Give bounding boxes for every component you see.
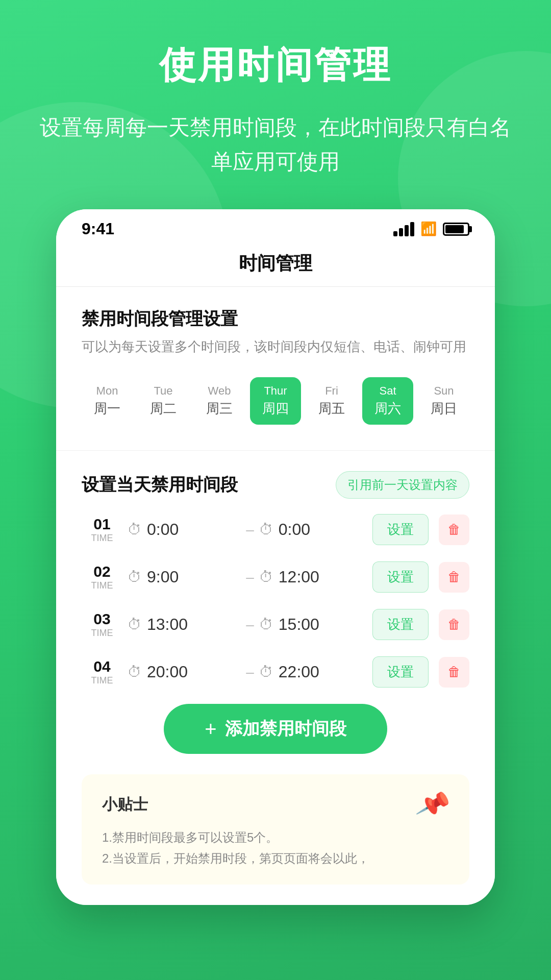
day-cn-sun: 周日 xyxy=(431,400,457,418)
day-btn-tue[interactable]: Tue 周二 xyxy=(138,377,189,425)
card-body: 禁用时间段管理设置 可以为每天设置多个时间段，该时间段内仅短信、电话、闹钟可用 … xyxy=(56,287,495,905)
time-index-03: 03 TIME xyxy=(82,610,122,639)
day-cn-mon: 周一 xyxy=(94,400,120,418)
day-abbr-web: Web xyxy=(208,384,231,398)
day-cn-thur: 周四 xyxy=(262,400,289,418)
dash-03: – xyxy=(246,617,254,633)
time-end-01: 0:00 xyxy=(279,520,310,539)
time-end-04: 22:00 xyxy=(279,663,319,681)
trash-icon-04: 🗑 xyxy=(447,664,461,680)
time-row-02: 02 TIME ⏱ 9:00 – ⏱ 12:00 设置 🗑 xyxy=(82,561,469,593)
clock-icon-01e: ⏱ xyxy=(259,521,273,538)
dash-01: – xyxy=(246,522,254,538)
trash-icon-02: 🗑 xyxy=(447,569,461,585)
pin-icon: 📌 xyxy=(414,786,453,823)
day-btn-sun[interactable]: Sun 周日 xyxy=(418,377,469,425)
set-button-02[interactable]: 设置 xyxy=(372,561,429,593)
clock-icon-02s: ⏱ xyxy=(128,569,142,585)
set-button-03[interactable]: 设置 xyxy=(372,609,429,640)
set-button-01[interactable]: 设置 xyxy=(372,514,429,545)
hero-title: 使用时间管理 xyxy=(159,41,392,90)
dash-02: – xyxy=(246,569,254,585)
nav-bar: 时间管理 xyxy=(56,243,495,287)
battery-icon xyxy=(443,223,469,236)
day-btn-web[interactable]: Web 周三 xyxy=(194,377,245,425)
time-start-02: 9:00 xyxy=(147,568,179,586)
hero-subtitle: 设置每周每一天禁用时间段，在此时间段只有白名单应用可使用 xyxy=(0,110,551,179)
quote-button[interactable]: 引用前一天设置内容 xyxy=(336,471,469,499)
time-field-02-end: ⏱ 12:00 xyxy=(259,568,372,586)
phone-mockup: 9:41 📶 时间管理 禁用时间段管理设置 可以为每天设 xyxy=(56,209,495,905)
delete-button-01[interactable]: 🗑 xyxy=(439,514,469,545)
time-num-02: 02 xyxy=(82,563,122,580)
time-num-01: 01 xyxy=(82,516,122,533)
time-field-01-end: ⏱ 0:00 xyxy=(259,520,372,539)
time-num-04: 04 xyxy=(82,658,122,675)
status-icons: 📶 xyxy=(393,221,469,237)
time-end-02: 12:00 xyxy=(279,568,319,586)
tips-title: 小贴士 xyxy=(102,794,148,815)
time-index-01: 01 TIME xyxy=(82,516,122,544)
tips-section: 小贴士 📌 1.禁用时间段最多可以设置5个。 2.当设置后，开始禁用时段，第页页… xyxy=(82,774,469,885)
trash-icon-03: 🗑 xyxy=(447,617,461,632)
clock-icon-04e: ⏱ xyxy=(259,664,273,680)
day-abbr-thur: Thur xyxy=(264,384,287,398)
day-btn-thur[interactable]: Thur 周四 xyxy=(250,377,301,425)
time-row-03: 03 TIME ⏱ 13:00 – ⏱ 15:00 设置 🗑 xyxy=(82,609,469,640)
add-btn-wrap: + 添加禁用时间段 xyxy=(82,704,469,754)
time-field-01-start: ⏱ 0:00 xyxy=(128,520,241,539)
day-abbr-fri: Fri xyxy=(325,384,338,398)
day-abbr-mon: Mon xyxy=(96,384,118,398)
day-abbr-sun: Sun xyxy=(434,384,454,398)
delete-button-03[interactable]: 🗑 xyxy=(439,609,469,640)
day-btn-mon[interactable]: Mon 周一 xyxy=(82,377,133,425)
signal-icon xyxy=(393,222,414,236)
separator xyxy=(56,450,495,451)
day-btn-fri[interactable]: Fri 周五 xyxy=(306,377,357,425)
day-cn-sat: 周六 xyxy=(374,400,401,418)
set-button-04[interactable]: 设置 xyxy=(372,656,429,688)
time-row-04: 04 TIME ⏱ 20:00 – ⏱ 22:00 设置 🗑 xyxy=(82,656,469,688)
banned-section-desc: 可以为每天设置多个时间段，该时间段内仅短信、电话、闹钟可用 xyxy=(82,337,469,357)
time-section-title: 设置当天禁用时间段 xyxy=(82,473,238,497)
time-section-header: 设置当天禁用时间段 引用前一天设置内容 xyxy=(82,471,469,499)
status-bar: 9:41 📶 xyxy=(56,209,495,243)
time-start-04: 20:00 xyxy=(147,663,188,681)
time-end-03: 15:00 xyxy=(279,615,319,634)
banned-section-title: 禁用时间段管理设置 xyxy=(82,307,469,331)
wifi-icon: 📶 xyxy=(420,221,437,237)
time-start-03: 13:00 xyxy=(147,615,188,634)
time-index-04: 04 TIME xyxy=(82,658,122,686)
time-start-01: 0:00 xyxy=(147,520,179,539)
day-cn-tue: 周二 xyxy=(150,400,177,418)
clock-icon-01s: ⏱ xyxy=(128,521,142,538)
time-field-02-start: ⏱ 9:00 xyxy=(128,568,241,586)
day-btn-sat[interactable]: Sat 周六 xyxy=(362,377,413,425)
delete-button-02[interactable]: 🗑 xyxy=(439,562,469,593)
time-label-02: TIME xyxy=(82,580,122,591)
tips-line1: 1.禁用时间段最多可以设置5个。 xyxy=(102,830,278,844)
time-field-03-end: ⏱ 15:00 xyxy=(259,615,372,634)
time-index-02: 02 TIME xyxy=(82,563,122,591)
day-abbr-sat: Sat xyxy=(379,384,396,398)
day-cn-web: 周三 xyxy=(206,400,233,418)
clock-icon-04s: ⏱ xyxy=(128,664,142,680)
add-plus-icon: + xyxy=(205,718,216,741)
time-label-04: TIME xyxy=(82,675,122,686)
tips-header: 小贴士 📌 xyxy=(102,790,449,819)
time-label-03: TIME xyxy=(82,628,122,639)
day-cn-fri: 周五 xyxy=(318,400,345,418)
dash-04: – xyxy=(246,664,254,680)
time-field-03-start: ⏱ 13:00 xyxy=(128,615,241,634)
time-num-03: 03 xyxy=(82,610,122,628)
nav-title: 时间管理 xyxy=(239,253,312,274)
day-selector: Mon 周一 Tue 周二 Web 周三 Thur 周四 Fri 周五 xyxy=(82,377,469,425)
clock-icon-02e: ⏱ xyxy=(259,569,273,585)
time-label-01: TIME xyxy=(82,533,122,544)
time-field-04-start: ⏱ 20:00 xyxy=(128,663,241,681)
status-time: 9:41 xyxy=(82,219,114,238)
clock-icon-03e: ⏱ xyxy=(259,616,273,633)
trash-icon-01: 🗑 xyxy=(447,522,461,537)
add-time-button[interactable]: + 添加禁用时间段 xyxy=(164,704,387,754)
delete-button-04[interactable]: 🗑 xyxy=(439,657,469,688)
